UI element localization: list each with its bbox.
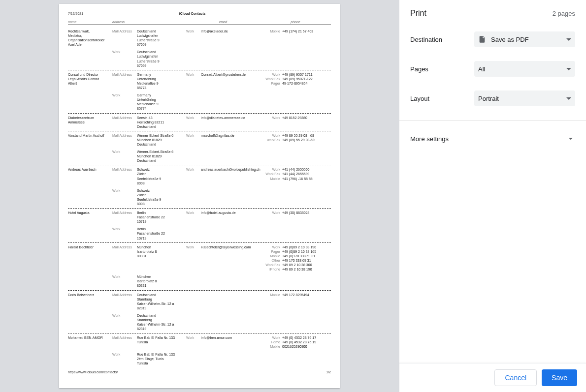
divider: [399, 120, 586, 121]
address-text: München Isartorplatz 8 80331: [137, 274, 186, 288]
address-text: Berlin Fasanenstraße 22 10719: [137, 211, 186, 224]
email-label: Work: [186, 116, 201, 120]
chevron-down-icon: [566, 134, 575, 143]
phones-block: Work+49 (30) 8835028: [260, 211, 331, 215]
th-address: address: [112, 20, 186, 24]
contact-row: Andreas AuerbachMail AddressSchweiz Züri…: [68, 165, 331, 209]
contact-row: Hotel AugustaMail AddressBerlin Fasanens…: [68, 209, 331, 243]
phone-value: +49 170 338 69 31: [282, 258, 331, 263]
address-label: Mail Address: [112, 29, 137, 33]
address-label: Work: [112, 227, 137, 231]
pages-value: All: [478, 65, 563, 73]
address-text: Deutschland Starnberg Kaiser-Wilhelm-Str…: [137, 293, 186, 310]
address-text: Werner-Eckert-Straße 6 München 81829 Deu…: [137, 150, 186, 163]
address-label: Work: [112, 274, 137, 279]
phone-value: +49 (0) 4532 28 76 19: [282, 340, 331, 344]
destination-label: Destination: [410, 36, 474, 43]
address-label: Mail Address: [112, 133, 137, 138]
pdf-icon: [478, 35, 486, 44]
phones-block: Work+49 (0) 4532 28 76 17Home+49 (0) 453…: [260, 335, 331, 349]
contact-name: Mohamed BEN-AMOR: [68, 335, 112, 340]
phone-label: iPhone: [260, 267, 282, 271]
address-label: Mail Address: [112, 116, 137, 120]
phones-block: Work+49 89 55 29 08 - 68workFax+49 (89) …: [260, 133, 331, 142]
address-label: Mail Address: [112, 335, 137, 340]
destination-value: Save as PDF: [491, 36, 563, 43]
address-text: Schweiz Zürich Seefeldstraße 9 8008: [137, 167, 186, 185]
phone-value: 0021625290900: [282, 344, 331, 349]
email-label: Work: [186, 29, 201, 33]
more-settings-label: More settings: [410, 135, 449, 143]
panel-title: Print: [410, 9, 426, 18]
phone-label: Mobile: [260, 29, 282, 33]
option-pages: Pages All: [410, 61, 575, 77]
address-text: Deutschland Starnberg Kaiser-Wilhelm-Str…: [137, 313, 186, 331]
phone-value: +41 (44) 2655500: [282, 167, 331, 172]
email-text: maschoff@agnitas.de: [201, 133, 260, 138]
email-label: Work: [186, 167, 201, 172]
print-preview-pane[interactable]: 7/13/2021 iCloud Contacts name address e…: [0, 0, 399, 392]
email-label: Work: [186, 133, 201, 138]
email-text: info@ben-amor.com: [201, 335, 260, 340]
contact-row: Doris BeisenherzMail AddressDeutschland …: [68, 291, 331, 334]
address-label: Work: [112, 188, 137, 193]
phones-block: Work+49 (0)89 2 10 38 190Pager+49 (0)89 …: [260, 245, 331, 272]
phone-value: 49-172-8954864: [282, 81, 331, 86]
address-text: Deutschland Ludwigshafen Lutherstraße 9 …: [137, 29, 186, 47]
layout-value: Portrait: [478, 95, 563, 102]
address-label: Mail Address: [112, 211, 137, 215]
footer-page: 1/2: [326, 370, 331, 374]
email-text: info@axelader.de: [201, 29, 260, 33]
page-header: 7/13/2021 iCloud Contacts: [68, 12, 331, 15]
address-text: Werner-Eckert-Straße 6 München 81829 Deu…: [137, 133, 186, 147]
address-label: Mail Address: [112, 167, 137, 172]
contacts-table: name address email phone Rechtsanwalt, M…: [68, 20, 331, 367]
phone-label: Work Fax: [260, 77, 282, 81]
email-label: Work: [186, 211, 201, 215]
print-dialog: 7/13/2021 iCloud Contacts name address e…: [0, 0, 586, 392]
layout-select[interactable]: Portrait: [474, 90, 575, 106]
phone-label: Pager: [260, 81, 282, 86]
phone-value: +49 172 8295494: [282, 293, 331, 297]
phone-value: +49 (0)89 2 10 38 190: [282, 245, 331, 249]
contact-row: Diabeteszentrum AmmerseeMail AddressSees…: [68, 114, 331, 131]
address-text: Deutschland Ludwigshafen Lutherstraße 9 …: [137, 50, 186, 67]
email-text: info@diabetes-ammersee.de: [201, 116, 260, 120]
save-button[interactable]: Save: [542, 369, 577, 386]
contact-row: Vorstand Martin AschoffMail AddressWerne…: [68, 131, 331, 166]
th-phone: phone: [260, 20, 331, 24]
pages-label: Pages: [410, 65, 474, 73]
email-text: Conrad.Albert@prosieben.de: [201, 72, 260, 77]
email-label: Work: [186, 72, 201, 77]
page-title: iCloud Contacts: [83, 12, 301, 15]
panel-footer: Cancel Save: [399, 363, 586, 392]
contact-row: Harald BechtelerMail AddressMünchen Isar…: [68, 243, 331, 291]
phone-value: +49 (89) 55 29 08-69: [282, 138, 331, 142]
contact-name: Harald Bechteler: [68, 245, 112, 249]
print-options-panel: Print 2 pages Destination Save as PDF: [399, 0, 586, 392]
th-email: email: [186, 20, 260, 24]
more-settings-toggle[interactable]: More settings: [410, 132, 575, 145]
cancel-button[interactable]: Cancel: [494, 369, 537, 386]
phone-value: +49 (0)89 2 10 38 165: [282, 249, 331, 254]
phones-block: Mobile+49 (174) 21 67 403: [260, 29, 331, 33]
address-text: Schweiz Zürich Seefeldstraße 9 8008: [137, 188, 186, 206]
address-label: Work: [112, 150, 137, 154]
destination-select[interactable]: Save as PDF: [474, 31, 575, 47]
address-label: Mail Address: [112, 72, 137, 77]
phone-value: +49 89 55 29 08 - 68: [282, 133, 331, 138]
chevron-down-icon: [566, 68, 571, 70]
contact-row: Consul und Director Legal Affairs Conrad…: [68, 70, 331, 114]
phone-label: Work: [260, 133, 282, 138]
address-text: Rue Bab El Falla Nr. 133 2èm Etage, Tuni…: [137, 352, 186, 365]
email-text: H.Bechteler@taylorwessing.com: [201, 245, 260, 249]
phone-value: +41 (44) 2655599: [282, 172, 331, 176]
contact-row: Mohamed BEN-AMORMail AddressRue Bab El F…: [68, 333, 331, 367]
pages-select[interactable]: All: [474, 61, 575, 77]
phone-label: Mobile: [260, 344, 282, 349]
option-layout: Layout Portrait: [410, 90, 575, 106]
phone-label: Work: [260, 116, 282, 120]
phone-value: +49 89 2 10 38 300: [282, 263, 331, 267]
contact-name: Rechtsanwalt, Mediator, Organisationsent…: [68, 29, 112, 47]
phones-block: Work+49 (89) 9507-1711Work Fax+49 (89) 9…: [260, 72, 331, 86]
